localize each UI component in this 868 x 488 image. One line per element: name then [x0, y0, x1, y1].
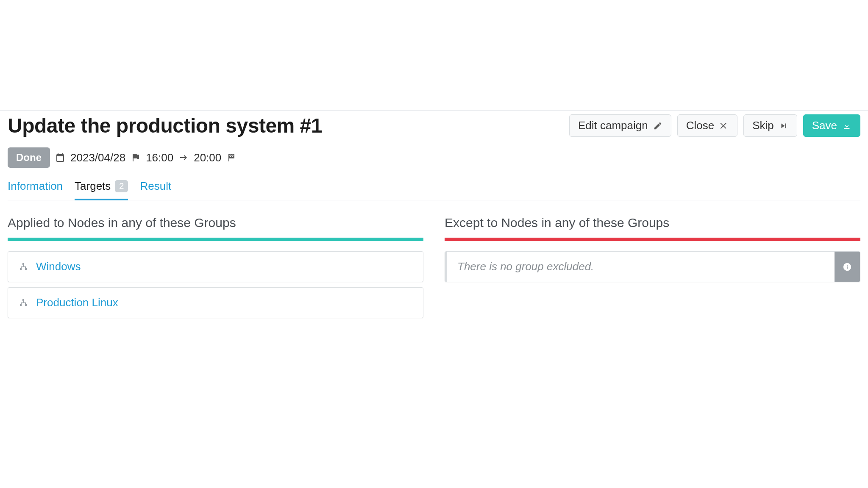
close-icon — [719, 121, 729, 130]
info-icon — [843, 262, 852, 272]
schedule-date: 2023/04/28 — [70, 151, 125, 164]
checkered-flag-icon — [226, 152, 236, 163]
calendar-icon — [55, 152, 65, 163]
close-button[interactable]: Close — [677, 114, 737, 137]
excluded-heading: Except to Nodes in any of these Groups — [445, 216, 860, 230]
flag-icon — [131, 152, 141, 163]
excluded-divider — [445, 238, 860, 241]
action-toolbar: Edit campaign Close Skip Save — [569, 114, 860, 137]
edit-campaign-label: Edit campaign — [578, 119, 648, 132]
arrow-right-icon — [178, 152, 189, 163]
sitemap-icon — [18, 298, 28, 308]
schedule-start-time: 16:00 — [146, 151, 173, 164]
skip-button[interactable]: Skip — [743, 114, 797, 137]
included-section: Applied to Nodes in any of these Groups … — [8, 216, 423, 323]
excluded-empty-message: There is no group excluded. — [445, 252, 835, 282]
save-button[interactable]: Save — [803, 114, 860, 137]
tab-targets-label: Targets — [75, 180, 111, 193]
download-icon — [842, 121, 851, 130]
edit-campaign-button[interactable]: Edit campaign — [569, 114, 671, 137]
group-link[interactable]: Production Linux — [36, 296, 118, 309]
excluded-info-button[interactable] — [835, 252, 860, 282]
tab-information[interactable]: Information — [8, 180, 63, 200]
tab-information-label: Information — [8, 180, 63, 193]
tab-targets-count: 2 — [115, 180, 128, 192]
tab-targets[interactable]: Targets 2 — [75, 180, 128, 200]
tab-result[interactable]: Result — [140, 180, 171, 200]
group-item[interactable]: Windows — [8, 251, 423, 282]
included-divider — [8, 238, 423, 241]
included-heading: Applied to Nodes in any of these Groups — [8, 216, 423, 230]
close-label: Close — [686, 119, 714, 132]
sitemap-icon — [18, 262, 28, 272]
excluded-section: Except to Nodes in any of these Groups T… — [445, 216, 860, 323]
tab-result-label: Result — [140, 180, 171, 193]
skip-next-icon — [779, 121, 788, 130]
page-title: Update the production system #1 — [8, 114, 322, 137]
skip-label: Skip — [752, 119, 774, 132]
schedule-end-time: 20:00 — [194, 151, 221, 164]
save-label: Save — [812, 119, 837, 132]
tab-bar: Information Targets 2 Result — [8, 180, 860, 200]
status-badge: Done — [8, 147, 50, 168]
pencil-icon — [653, 121, 662, 130]
excluded-empty-box: There is no group excluded. — [445, 251, 860, 282]
group-link[interactable]: Windows — [36, 260, 81, 273]
group-item[interactable]: Production Linux — [8, 287, 423, 318]
